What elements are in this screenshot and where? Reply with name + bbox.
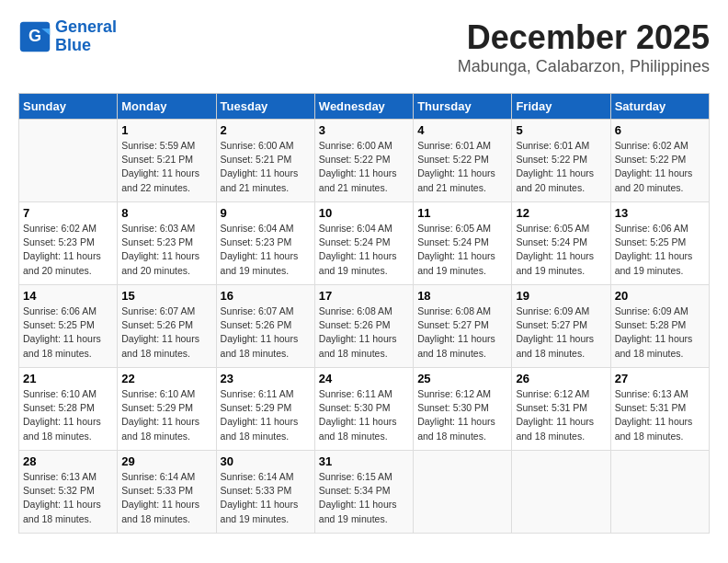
calendar-cell — [610, 451, 709, 534]
day-number: 1 — [121, 123, 211, 137]
logo-text: General Blue — [55, 18, 117, 55]
logo-line2: Blue — [55, 36, 91, 54]
day-number: 8 — [121, 206, 211, 220]
weekday-header-wednesday: Wednesday — [314, 94, 413, 120]
day-number: 29 — [121, 454, 211, 468]
calendar-cell: 4Sunrise: 6:01 AMSunset: 5:22 PMDaylight… — [414, 120, 512, 202]
day-number: 22 — [121, 372, 211, 385]
calendar-cell: 9Sunrise: 6:04 AMSunset: 5:23 PMDaylight… — [216, 202, 314, 285]
weekday-header-thursday: Thursday — [414, 94, 512, 120]
day-number: 25 — [417, 372, 507, 385]
day-info: Sunrise: 6:13 AMSunset: 5:32 PMDaylight:… — [23, 470, 113, 526]
day-info: Sunrise: 6:02 AMSunset: 5:22 PMDaylight:… — [615, 139, 705, 195]
day-info: Sunrise: 6:07 AMSunset: 5:26 PMDaylight:… — [221, 304, 311, 361]
day-info: Sunrise: 6:09 AMSunset: 5:27 PMDaylight:… — [516, 304, 606, 361]
day-info: Sunrise: 6:02 AMSunset: 5:23 PMDaylight:… — [23, 222, 113, 278]
weekday-header-saturday: Saturday — [610, 94, 709, 120]
calendar-cell: 27Sunrise: 6:13 AMSunset: 5:31 PMDayligh… — [610, 368, 709, 451]
calendar-week-row: 1Sunrise: 5:59 AMSunset: 5:21 PMDaylight… — [19, 120, 710, 202]
day-number: 4 — [417, 123, 507, 137]
day-info: Sunrise: 6:08 AMSunset: 5:26 PMDaylight:… — [319, 304, 409, 361]
calendar-cell — [414, 451, 512, 534]
day-number: 26 — [516, 372, 606, 385]
calendar-cell: 7Sunrise: 6:02 AMSunset: 5:23 PMDaylight… — [19, 202, 118, 285]
day-number: 27 — [615, 372, 705, 385]
calendar-week-row: 21Sunrise: 6:10 AMSunset: 5:28 PMDayligh… — [19, 368, 710, 451]
day-info: Sunrise: 6:14 AMSunset: 5:33 PMDaylight:… — [121, 470, 211, 526]
calendar-cell: 11Sunrise: 6:05 AMSunset: 5:24 PMDayligh… — [414, 202, 512, 285]
day-info: Sunrise: 6:07 AMSunset: 5:26 PMDaylight:… — [121, 304, 211, 361]
day-number: 6 — [615, 123, 705, 137]
day-info: Sunrise: 6:04 AMSunset: 5:23 PMDaylight:… — [221, 222, 311, 278]
day-number: 30 — [221, 454, 311, 468]
day-number: 19 — [516, 289, 606, 303]
day-number: 17 — [319, 289, 409, 303]
day-info: Sunrise: 6:01 AMSunset: 5:22 PMDaylight:… — [417, 139, 507, 195]
day-info: Sunrise: 6:08 AMSunset: 5:27 PMDaylight:… — [417, 304, 507, 361]
calendar-cell: 28Sunrise: 6:13 AMSunset: 5:32 PMDayligh… — [19, 451, 118, 534]
day-number: 15 — [121, 289, 211, 303]
day-info: Sunrise: 6:00 AMSunset: 5:22 PMDaylight:… — [319, 139, 409, 195]
day-number: 7 — [23, 206, 113, 220]
calendar-cell: 15Sunrise: 6:07 AMSunset: 5:26 PMDayligh… — [118, 285, 216, 368]
calendar-cell: 1Sunrise: 5:59 AMSunset: 5:21 PMDaylight… — [118, 120, 216, 202]
day-info: Sunrise: 6:06 AMSunset: 5:25 PMDaylight:… — [615, 222, 705, 278]
calendar-cell: 31Sunrise: 6:15 AMSunset: 5:34 PMDayligh… — [314, 451, 413, 534]
calendar-cell: 18Sunrise: 6:08 AMSunset: 5:27 PMDayligh… — [414, 285, 512, 368]
calendar-cell: 25Sunrise: 6:12 AMSunset: 5:30 PMDayligh… — [414, 368, 512, 451]
day-number: 31 — [319, 454, 409, 468]
day-number: 23 — [221, 372, 311, 385]
calendar-cell: 2Sunrise: 6:00 AMSunset: 5:21 PMDaylight… — [216, 120, 314, 202]
logo-icon: G — [18, 20, 51, 53]
logo-line1: General — [55, 17, 117, 36]
day-number: 18 — [417, 289, 507, 303]
weekday-header-monday: Monday — [118, 94, 216, 120]
calendar-cell: 13Sunrise: 6:06 AMSunset: 5:25 PMDayligh… — [610, 202, 709, 285]
calendar-cell: 20Sunrise: 6:09 AMSunset: 5:28 PMDayligh… — [610, 285, 709, 368]
day-info: Sunrise: 6:04 AMSunset: 5:24 PMDaylight:… — [319, 222, 409, 278]
calendar-week-row: 28Sunrise: 6:13 AMSunset: 5:32 PMDayligh… — [19, 451, 710, 534]
day-info: Sunrise: 6:11 AMSunset: 5:30 PMDaylight:… — [319, 387, 409, 443]
day-info: Sunrise: 6:00 AMSunset: 5:21 PMDaylight:… — [221, 139, 311, 195]
calendar-cell: 23Sunrise: 6:11 AMSunset: 5:29 PMDayligh… — [216, 368, 314, 451]
day-info: Sunrise: 6:03 AMSunset: 5:23 PMDaylight:… — [121, 222, 211, 278]
day-number: 28 — [23, 454, 113, 468]
day-info: Sunrise: 6:13 AMSunset: 5:31 PMDaylight:… — [615, 387, 705, 443]
day-info: Sunrise: 6:11 AMSunset: 5:29 PMDaylight:… — [221, 387, 311, 443]
svg-text:G: G — [28, 27, 41, 45]
calendar-cell: 26Sunrise: 6:12 AMSunset: 5:31 PMDayligh… — [512, 368, 610, 451]
calendar-table: SundayMondayTuesdayWednesdayThursdayFrid… — [18, 93, 710, 534]
day-number: 2 — [221, 123, 311, 137]
day-number: 16 — [221, 289, 311, 303]
calendar-cell: 10Sunrise: 6:04 AMSunset: 5:24 PMDayligh… — [314, 202, 413, 285]
day-info: Sunrise: 6:06 AMSunset: 5:25 PMDaylight:… — [23, 304, 113, 361]
calendar-cell: 22Sunrise: 6:10 AMSunset: 5:29 PMDayligh… — [118, 368, 216, 451]
calendar-cell: 30Sunrise: 6:14 AMSunset: 5:33 PMDayligh… — [216, 451, 314, 534]
calendar-cell — [19, 120, 118, 202]
calendar-cell: 5Sunrise: 6:01 AMSunset: 5:22 PMDaylight… — [512, 120, 610, 202]
calendar-cell: 19Sunrise: 6:09 AMSunset: 5:27 PMDayligh… — [512, 285, 610, 368]
page-title: December 2025 — [458, 18, 710, 57]
day-number: 14 — [23, 289, 113, 303]
day-info: Sunrise: 6:12 AMSunset: 5:30 PMDaylight:… — [417, 387, 507, 443]
day-number: 10 — [319, 206, 409, 220]
day-number: 5 — [516, 123, 606, 137]
weekday-header-row: SundayMondayTuesdayWednesdayThursdayFrid… — [19, 94, 710, 120]
day-number: 3 — [319, 123, 409, 137]
day-number: 11 — [417, 206, 507, 220]
calendar-body: 1Sunrise: 5:59 AMSunset: 5:21 PMDaylight… — [19, 120, 710, 534]
calendar-cell: 3Sunrise: 6:00 AMSunset: 5:22 PMDaylight… — [314, 120, 413, 202]
day-info: Sunrise: 6:12 AMSunset: 5:31 PMDaylight:… — [516, 387, 606, 443]
day-number: 13 — [615, 206, 705, 220]
day-number: 9 — [221, 206, 311, 220]
day-info: Sunrise: 6:14 AMSunset: 5:33 PMDaylight:… — [221, 470, 311, 526]
day-info: Sunrise: 6:10 AMSunset: 5:28 PMDaylight:… — [23, 387, 113, 443]
calendar-week-row: 14Sunrise: 6:06 AMSunset: 5:25 PMDayligh… — [19, 285, 710, 368]
day-info: Sunrise: 6:01 AMSunset: 5:22 PMDaylight:… — [516, 139, 606, 195]
title-section: December 2025 Mabunga, Calabarzon, Phili… — [458, 18, 710, 76]
day-info: Sunrise: 6:05 AMSunset: 5:24 PMDaylight:… — [417, 222, 507, 278]
day-info: Sunrise: 6:15 AMSunset: 5:34 PMDaylight:… — [319, 470, 409, 526]
weekday-header-friday: Friday — [512, 94, 610, 120]
page-subtitle: Mabunga, Calabarzon, Philippines — [458, 57, 710, 76]
calendar-cell: 21Sunrise: 6:10 AMSunset: 5:28 PMDayligh… — [19, 368, 118, 451]
